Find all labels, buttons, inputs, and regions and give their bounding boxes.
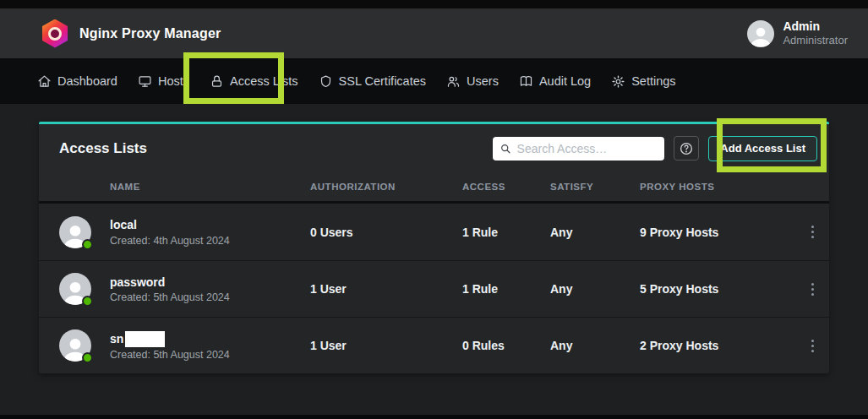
main-content: Access Lists Add Access List NAME AUTHOR… xyxy=(0,104,868,373)
access-lists-panel: Access Lists Add Access List NAME AUTHOR… xyxy=(39,122,829,373)
avatar xyxy=(59,216,91,248)
user-avatar xyxy=(747,20,774,47)
book-icon xyxy=(519,74,533,89)
table-row[interactable]: local Created: 4th August 2024 0 Users 1… xyxy=(39,204,829,260)
redaction-box xyxy=(125,331,165,347)
nav-item-audit-log[interactable]: Audit Log xyxy=(519,74,591,89)
satisfy-value: Any xyxy=(550,282,640,296)
table-row[interactable]: password Created: 5th August 2024 1 User… xyxy=(39,260,829,317)
access-value: 1 Rule xyxy=(462,282,550,296)
proxy-hosts-value: 2 Proxy Hosts xyxy=(640,339,801,352)
authorization-value: 0 Users xyxy=(310,226,462,239)
satisfy-value: Any xyxy=(550,226,640,239)
status-dot xyxy=(82,296,93,307)
access-value: 0 Rules xyxy=(462,339,550,352)
table-header-row: NAME AUTHORIZATION ACCESS SATISFY PROXY … xyxy=(39,172,829,204)
column-header-proxy-hosts: PROXY HOSTS xyxy=(640,182,801,192)
lock-icon xyxy=(210,74,224,89)
app-title: Nginx Proxy Manager xyxy=(79,26,221,41)
avatar xyxy=(59,329,91,362)
satisfy-value: Any xyxy=(550,339,640,352)
proxy-hosts-value: 9 Proxy Hosts xyxy=(640,226,801,239)
window-top-edge xyxy=(0,0,868,8)
nav-item-dashboard[interactable]: Dashboard xyxy=(37,74,117,89)
table-row[interactable]: sn Created: 5th August 2024 1 User 0 Rul… xyxy=(39,317,829,373)
created-date: Created: 4th August 2024 xyxy=(110,235,230,247)
user-role: Administrator xyxy=(783,34,848,47)
help-circle-icon xyxy=(679,141,694,156)
authorization-value: 1 User xyxy=(310,282,462,296)
user-menu[interactable]: Admin Administrator xyxy=(747,19,848,48)
column-header-authorization: AUTHORIZATION xyxy=(310,182,462,192)
search-icon xyxy=(500,142,511,155)
authorization-value: 1 User xyxy=(310,339,462,352)
created-date: Created: 5th August 2024 xyxy=(110,291,230,303)
add-access-list-button[interactable]: Add Access List xyxy=(708,136,817,161)
access-value: 1 Rule xyxy=(462,226,550,239)
proxy-hosts-value: 5 Proxy Hosts xyxy=(640,282,801,296)
column-header-name: NAME xyxy=(39,182,310,192)
column-header-access: ACCESS xyxy=(462,182,550,192)
panel-header: Access Lists Add Access List xyxy=(39,124,829,172)
row-menu-icon[interactable] xyxy=(808,280,817,299)
nav-item-users[interactable]: Users xyxy=(446,74,499,89)
column-header-satisfy: SATISFY xyxy=(550,182,640,192)
main-nav: Dashboard Hosts Access Lists SSL Certifi… xyxy=(0,58,868,104)
nav-item-hosts[interactable]: Hosts xyxy=(138,74,189,89)
status-dot xyxy=(82,352,93,363)
monitor-icon xyxy=(138,74,152,89)
user-name: Admin xyxy=(783,19,848,35)
person-icon xyxy=(747,22,774,47)
avatar xyxy=(59,273,91,305)
row-menu-icon[interactable] xyxy=(808,336,817,356)
search-box[interactable] xyxy=(493,137,664,161)
nav-label: Access Lists xyxy=(230,74,298,88)
home-icon xyxy=(37,74,52,89)
access-list-name: sn xyxy=(110,331,123,346)
nav-label: Hosts xyxy=(158,74,189,88)
access-list-name: local xyxy=(110,217,230,232)
users-icon xyxy=(446,74,461,89)
nav-item-access-lists[interactable]: Access Lists xyxy=(210,74,298,89)
access-list-name: password xyxy=(110,275,230,290)
help-button[interactable] xyxy=(674,136,699,161)
nav-item-settings[interactable]: Settings xyxy=(611,74,675,89)
status-dot xyxy=(82,239,93,250)
nav-item-ssl-certificates[interactable]: SSL Certificates xyxy=(319,74,426,89)
page-title: Access Lists xyxy=(59,140,147,157)
nav-label: Dashboard xyxy=(57,74,117,88)
nav-label: Users xyxy=(467,74,499,88)
nav-label: Audit Log xyxy=(539,74,591,88)
gear-icon xyxy=(611,74,625,89)
row-menu-icon[interactable] xyxy=(808,222,817,242)
nav-label: SSL Certificates xyxy=(339,74,426,88)
created-date: Created: 5th August 2024 xyxy=(110,349,230,361)
window-bottom-edge xyxy=(0,415,868,419)
nav-label: Settings xyxy=(631,74,675,88)
shield-icon xyxy=(319,74,333,89)
app-header: Nginx Proxy Manager Admin Administrator xyxy=(0,8,868,58)
app-logo-icon xyxy=(42,19,68,48)
search-input[interactable] xyxy=(517,142,658,155)
